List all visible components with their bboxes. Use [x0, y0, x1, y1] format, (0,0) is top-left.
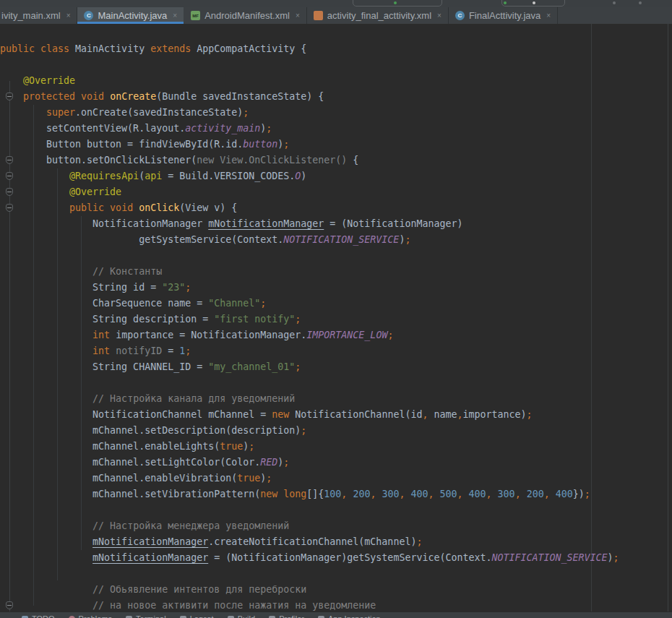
code-line[interactable]: setContentView(R.layout.activity_main); [0, 121, 672, 137]
code-token: ; [283, 139, 289, 150]
code-token: activity_main [185, 123, 260, 134]
code-line[interactable]: mChannel.setDescription(description); [0, 423, 672, 439]
code-token: 200 [353, 489, 370, 499]
code-token: ; [283, 457, 289, 468]
code-line[interactable]: protected void onCreate(Bundle savedInst… [0, 89, 672, 105]
tab-finalacttivity-java[interactable]: CFinalActtivity.java× [449, 7, 558, 24]
code-line[interactable]: button.setOnClickListener(new View.OnCli… [0, 153, 672, 168]
code-token: ; [301, 425, 306, 436]
code-line[interactable]: String description = "first notify"; [0, 312, 672, 327]
code-line[interactable]: @RequiresApi(api = Build.VERSION_CODES.O… [0, 168, 672, 184]
editor[interactable]: public class MainActivity extends AppCom… [0, 24, 672, 611]
code-token: new View.OnClickListener() [197, 155, 353, 166]
code-area[interactable]: public class MainActivity extends AppCom… [0, 41, 672, 611]
fold-marker-icon[interactable] [6, 172, 13, 180]
close-tab-icon[interactable]: × [296, 12, 300, 20]
code-line[interactable]: int importance = NotificationManager.IMP… [0, 327, 672, 343]
code-line[interactable]: // на новое активити после нажатия на ув… [0, 598, 672, 611]
terminal-icon [126, 616, 132, 618]
code-token: ; [266, 473, 272, 484]
tool-window-button-todo[interactable]: TODO [22, 614, 55, 618]
tool-window-button-build[interactable]: Build [228, 614, 255, 618]
code-token: importance) [462, 409, 526, 420]
code-token: true [220, 441, 243, 452]
code-token: ; [260, 298, 266, 309]
code-token: mChannel.enableVibration( [0, 473, 237, 484]
code-line[interactable]: int notifyID = 1; [0, 343, 672, 359]
code-line[interactable]: mChannel.enableVibration(true); [0, 471, 672, 486]
tab-ivity-main-xml[interactable]: ivity_main.xml× [0, 7, 77, 24]
code-line[interactable]: mChannel.setVibrationPattern(new long[]{… [0, 486, 672, 502]
status-dot-icon [533, 1, 535, 4]
code-line[interactable]: getSystemService(Context.NOTIFICATION_SE… [0, 232, 672, 248]
code-token: Button button = findViewById(R.id. [0, 139, 243, 150]
tab-label: MainActivity.java [98, 10, 167, 21]
code-token: notifyID [116, 346, 162, 356]
fold-marker-icon[interactable] [6, 156, 13, 164]
code-line[interactable] [0, 248, 672, 264]
code-line[interactable]: String CHANNEL_ID = "my_channel_01"; [0, 359, 672, 375]
code-line[interactable]: @Override [0, 184, 672, 200]
code-token: ; [185, 282, 191, 293]
code-line[interactable] [0, 375, 672, 391]
status-dot-icon [394, 1, 397, 4]
tool-window-button-terminal[interactable]: Terminal [126, 614, 166, 618]
fold-marker-icon[interactable] [6, 93, 13, 100]
close-tab-icon[interactable]: × [546, 12, 551, 20]
code-line[interactable]: @Override [0, 73, 672, 89]
code-token: ( [139, 171, 145, 181]
code-line[interactable]: CharSequence name = "Channel"; [0, 296, 672, 312]
fold-marker-icon[interactable] [6, 601, 13, 609]
code-line[interactable]: NotificationChannel mChannel = new Notif… [0, 407, 672, 423]
code-token: public void [69, 202, 139, 213]
code-line[interactable]: mNotificationManager = (NotificationMana… [0, 550, 672, 566]
tool-window-label: Profiler [279, 614, 304, 618]
tool-window-button-problems[interactable]: Problems [69, 614, 112, 618]
code-line[interactable]: // Обьявление интентов для переброски [0, 582, 672, 598]
code-line[interactable]: mChannel.setLightColor(Color.RED); [0, 455, 672, 471]
code-token: button.setOnClickListener( [0, 155, 197, 166]
code-token: mNotificationManager [208, 218, 324, 229]
code-line[interactable]: // Настройка менеджера уведомлений [0, 518, 672, 534]
tool-window-label: TODO [32, 614, 55, 618]
code-line[interactable]: mChannel.enableLights(true); [0, 439, 672, 455]
close-tab-icon[interactable]: × [173, 12, 177, 20]
fold-marker-icon[interactable] [6, 204, 13, 212]
code-token: 200 [527, 489, 544, 499]
code-line[interactable]: public void onClick(View v) { [0, 200, 672, 216]
code-token: ; [405, 234, 410, 245]
code-line[interactable]: mNotificationManager.createNotificationC… [0, 534, 672, 550]
code-token: ; [416, 536, 422, 547]
code-line[interactable]: super.onCreate(savedInstanceState); [0, 105, 672, 121]
profiler-icon [269, 616, 275, 618]
code-line[interactable] [0, 566, 672, 582]
tool-window-button-app-inspection[interactable]: App Inspection [318, 614, 381, 618]
layout-icon [314, 11, 323, 20]
code-line[interactable]: // Константы [0, 264, 672, 280]
code-token: , [370, 489, 382, 499]
code-line[interactable]: Button button = findViewById(R.id.button… [0, 137, 672, 153]
code-token: @Override [23, 75, 75, 86]
code-token: int [92, 330, 116, 340]
code-token: ; [527, 409, 533, 420]
tab-mainactivity-java[interactable]: CMainActivity.java× [77, 7, 184, 24]
tool-window-button-logcat[interactable]: Logcat [180, 614, 214, 618]
code-line[interactable] [0, 57, 672, 73]
code-line[interactable]: NotificationManager mNotificationManager… [0, 216, 672, 232]
tab-bar: ivity_main.xml×CMainActivity.java×MFAndr… [0, 7, 672, 25]
tool-window-button-profiler[interactable]: Profiler [269, 614, 304, 618]
code-token: // Настройка канала для уведомлений [92, 393, 295, 404]
code-line[interactable]: String id = "23"; [0, 280, 672, 296]
code-token: , [341, 489, 353, 499]
code-token: ; [613, 552, 619, 563]
tab-label: activity_final_acttivity.xml [327, 10, 431, 21]
tab-activity-final-acttivity-xml[interactable]: activity_final_acttivity.xml× [307, 7, 449, 24]
tab-androidmanifest-xml[interactable]: MFAndroidManifest.xml× [184, 7, 307, 24]
code-token: NotificationChannel mChannel = [0, 409, 272, 420]
close-tab-icon[interactable]: × [437, 12, 441, 20]
fold-marker-icon[interactable] [6, 188, 13, 196]
code-line[interactable]: public class MainActivity extends AppCom… [0, 41, 672, 57]
close-tab-icon[interactable]: × [66, 12, 71, 20]
code-line[interactable] [0, 502, 672, 518]
code-line[interactable]: // Настройка канала для уведомлений [0, 391, 672, 407]
